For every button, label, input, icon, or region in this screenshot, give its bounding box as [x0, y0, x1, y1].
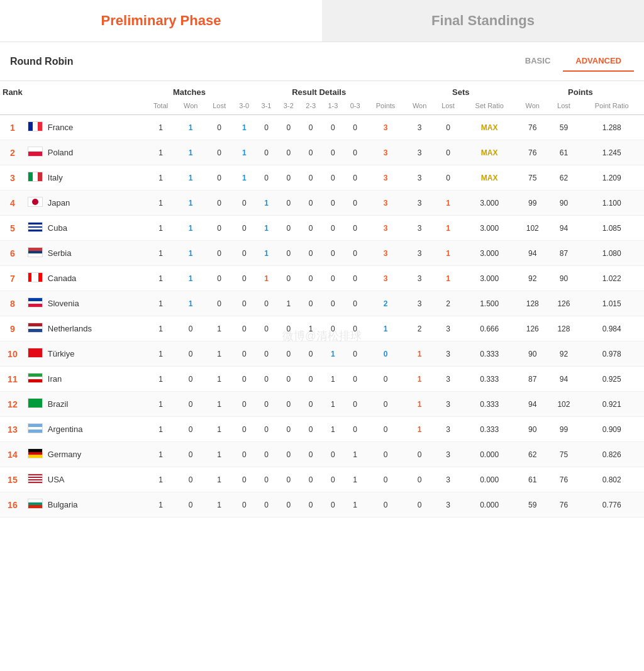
table-row: 10Türkiye1010000100130.33390920.978: [0, 341, 644, 367]
table-row: 16Bulgaria1010000010030.00059760.776: [0, 492, 644, 518]
table-cell: 1: [176, 165, 206, 191]
table-cell: 0: [322, 216, 344, 241]
table-cell: 0: [322, 241, 344, 266]
table-cell: 1: [233, 115, 255, 140]
table-cell: 1: [322, 341, 344, 367]
table-cell: 0: [405, 467, 435, 492]
table-cell: 0: [206, 266, 233, 291]
table-cell: 0: [277, 115, 299, 140]
page-header: Preliminary Phase Final Standings: [0, 0, 644, 42]
table-cell: 1.100: [579, 191, 644, 216]
table-cell: 99: [517, 191, 548, 216]
table-cell: 1: [145, 291, 175, 316]
table-cell: 0: [233, 417, 255, 442]
table-cell: 3: [435, 367, 462, 392]
table-cell: 3: [366, 216, 404, 241]
table-cell: 0: [322, 291, 344, 316]
table-cell: 0.984: [579, 316, 644, 341]
table-cell: 59: [548, 115, 580, 140]
table-cell: 1: [145, 442, 175, 467]
country-sub-header: [25, 99, 146, 115]
table-cell: 0: [299, 492, 321, 518]
preliminary-phase-title: Preliminary Phase: [0, 13, 322, 29]
table-cell: 0.333: [462, 367, 517, 392]
table-cell: 0: [322, 191, 344, 216]
table-cell: 0.978: [579, 341, 644, 367]
country-name-cell: Germany: [45, 442, 146, 467]
table-cell: 1: [145, 216, 175, 241]
table-cell: 0: [277, 216, 299, 241]
table-cell: 92: [548, 341, 580, 367]
flag-cell: [25, 367, 45, 392]
table-cell: 0: [366, 392, 404, 417]
table-cell: 0: [299, 241, 321, 266]
table-cell: 0: [206, 140, 233, 165]
table-cell: 0: [277, 467, 299, 492]
table-cell: 76: [548, 467, 580, 492]
table-cell: 0: [277, 442, 299, 467]
table-cell: 0: [322, 266, 344, 291]
flag-cell: [25, 467, 45, 492]
table-cell: 1: [255, 191, 277, 216]
flag-cell: [25, 115, 45, 140]
table-cell: 0: [322, 316, 344, 341]
table-cell: 0: [255, 367, 277, 392]
rank-sub-header: [0, 99, 25, 115]
rank-cell: 11: [0, 367, 25, 392]
table-cell: 0: [206, 165, 233, 191]
table-row: 11Iran1010000100130.33387940.925: [0, 367, 644, 392]
table-cell: 1.080: [579, 241, 644, 266]
table-cell: 1: [405, 341, 435, 367]
table-row: 1France110100000330MAX76591.288: [0, 115, 644, 140]
table-cell: 0: [277, 140, 299, 165]
table-cell: 90: [517, 341, 548, 367]
table-cell: 3: [366, 191, 404, 216]
table-cell: 1: [145, 191, 175, 216]
table-cell: 1: [255, 266, 277, 291]
table-cell: 1: [176, 140, 206, 165]
set-ratio-sub-header: Set Ratio: [462, 99, 517, 115]
table-cell: 0: [255, 341, 277, 367]
lost-sub-header: Lost: [206, 99, 233, 115]
table-cell: 3.000: [462, 191, 517, 216]
sub-column-header-row: Total Won Lost 3-0 3-1 3-2 2-3 1-3 0-3 P…: [0, 99, 644, 115]
table-cell: 59: [517, 492, 548, 518]
table-cell: 0: [299, 291, 321, 316]
table-cell: 1: [145, 367, 175, 392]
flag-bulgaria: [28, 499, 43, 509]
table-cell: 0: [176, 341, 206, 367]
table-cell: 0: [176, 417, 206, 442]
tab-basic[interactable]: BASIC: [513, 51, 563, 72]
table-cell: 0: [206, 291, 233, 316]
table-cell: 0: [233, 266, 255, 291]
table-row: 14Germany1010000010030.00062750.826: [0, 442, 644, 467]
table-cell: 0: [299, 266, 321, 291]
table-cell: 94: [517, 392, 548, 417]
country-name-cell: Serbia: [45, 241, 146, 266]
s30-sub-header: 3-0: [233, 99, 255, 115]
column-group-header-row: Rank Matches Result Details Sets Points: [0, 81, 644, 99]
table-cell: 1: [176, 191, 206, 216]
table-cell: 0: [255, 316, 277, 341]
table-cell: 0: [233, 341, 255, 367]
table-cell: 1: [206, 442, 233, 467]
flag-france: [28, 121, 43, 131]
table-cell: 0: [322, 115, 344, 140]
flag-cell: [25, 341, 45, 367]
flag-poland: [28, 147, 43, 157]
tab-advanced[interactable]: ADVANCED: [563, 51, 634, 72]
table-cell: 1: [176, 266, 206, 291]
table-row: 2Poland110100000330MAX76611.245: [0, 140, 644, 165]
rank-cell: 9: [0, 316, 25, 341]
table-cell: 0: [405, 442, 435, 467]
pts-sub-header: Points: [366, 99, 404, 115]
table-cell: 3: [405, 241, 435, 266]
preliminary-phase-tab[interactable]: Preliminary Phase: [0, 0, 322, 42]
flag-cell: [25, 165, 45, 191]
rank-cell: 10: [0, 341, 25, 367]
table-cell: 0.333: [462, 392, 517, 417]
final-standings-tab[interactable]: Final Standings: [322, 0, 644, 42]
s23-sub-header: 2-3: [299, 99, 321, 115]
table-cell: 1.022: [579, 266, 644, 291]
table-cell: 128: [517, 291, 548, 316]
